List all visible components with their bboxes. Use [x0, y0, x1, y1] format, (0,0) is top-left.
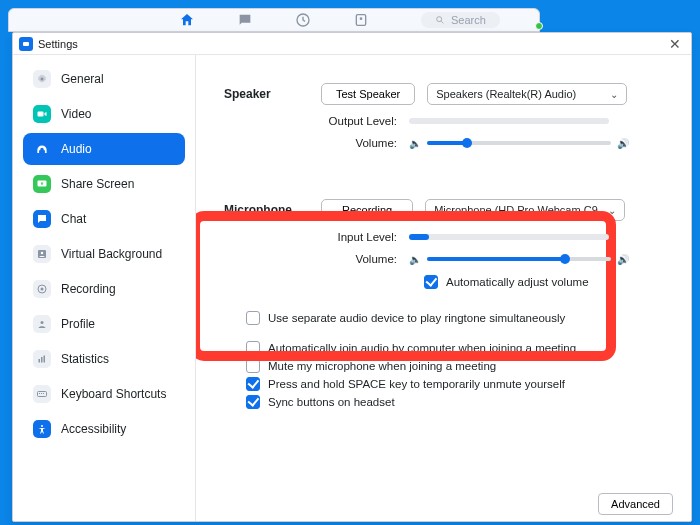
opt-sync-headset-checkbox[interactable] — [246, 395, 260, 409]
volume-high-icon: 🔊 — [617, 254, 629, 265]
svg-rect-17 — [41, 393, 42, 394]
sidebar-item-accessibility[interactable]: Accessibility — [23, 413, 185, 445]
svg-rect-14 — [44, 356, 46, 363]
sidebar-item-profile[interactable]: Profile — [23, 308, 185, 340]
search-placeholder: Search — [451, 14, 486, 26]
speaker-label: Speaker — [224, 87, 309, 101]
chat-icon[interactable] — [237, 11, 253, 29]
sidebar-item-label: Virtual Background — [61, 247, 162, 261]
speaker-device-dropdown[interactable]: Speakers (Realtek(R) Audio) ⌄ — [427, 83, 627, 105]
sidebar-item-label: Audio — [61, 142, 92, 156]
chevron-down-icon: ⌄ — [608, 205, 616, 216]
settings-window: Settings ✕ General Video Audio Share Scr… — [12, 32, 692, 522]
svg-rect-12 — [39, 359, 41, 363]
auto-adjust-volume-label: Automatically adjust volume — [446, 276, 589, 288]
input-level-meter — [409, 234, 609, 240]
sidebar-item-statistics[interactable]: Statistics — [23, 343, 185, 375]
microphone-device-dropdown[interactable]: Microphone (HD Pro Webcam C9... ⌄ — [425, 199, 625, 221]
headphones-icon — [33, 140, 51, 158]
svg-point-10 — [41, 288, 44, 291]
opt-mute-on-join-checkbox[interactable] — [246, 359, 260, 373]
microphone-device-value: Microphone (HD Pro Webcam C9... — [434, 204, 607, 216]
test-mic-button[interactable]: Recording — [321, 199, 413, 221]
sidebar-item-label: Chat — [61, 212, 86, 226]
speaker-row: Speaker Test Speaker Speakers (Realtek(R… — [224, 83, 671, 105]
volume-low-icon: 🔈 — [409, 138, 421, 149]
sidebar-item-video[interactable]: Video — [23, 98, 185, 130]
search-box[interactable]: Search — [421, 12, 500, 28]
microphone-row: Microphone Recording Microphone (HD Pro … — [224, 199, 671, 221]
svg-rect-18 — [43, 393, 44, 394]
speaker-volume-label: Volume: — [224, 137, 409, 149]
profile-icon — [33, 315, 51, 333]
sidebar-item-general[interactable]: General — [23, 63, 185, 95]
sidebar-item-label: General — [61, 72, 104, 86]
titlebar: Settings ✕ — [13, 33, 691, 55]
svg-point-19 — [41, 425, 43, 427]
svg-point-2 — [360, 17, 363, 20]
svg-point-11 — [41, 321, 44, 324]
sidebar-item-label: Keyboard Shortcuts — [61, 387, 166, 401]
output-level-meter — [409, 118, 609, 124]
app-icon — [19, 37, 33, 51]
contacts-icon[interactable] — [353, 11, 369, 29]
statistics-icon — [33, 350, 51, 368]
opt-auto-join-audio-checkbox[interactable] — [246, 341, 260, 355]
clock-icon[interactable] — [295, 11, 311, 29]
keyboard-icon — [33, 385, 51, 403]
volume-high-icon: 🔊 — [617, 138, 629, 149]
sidebar: General Video Audio Share Screen Chat Vi… — [13, 55, 196, 521]
opt-separate-ringtone-checkbox[interactable] — [246, 311, 260, 325]
output-level-label: Output Level: — [224, 115, 409, 127]
sidebar-item-label: Statistics — [61, 352, 109, 366]
sidebar-item-label: Recording — [61, 282, 116, 296]
parent-app-toolbar: Search — [8, 8, 540, 32]
sidebar-item-recording[interactable]: Recording — [23, 273, 185, 305]
svg-point-3 — [437, 17, 442, 22]
svg-rect-5 — [38, 112, 44, 117]
volume-low-icon: 🔈 — [409, 254, 421, 265]
sidebar-item-label: Accessibility — [61, 422, 126, 436]
opt-label: Mute my microphone when joining a meetin… — [268, 360, 496, 372]
sidebar-item-virtual-background[interactable]: Virtual Background — [23, 238, 185, 270]
auto-adjust-volume-checkbox[interactable] — [424, 275, 438, 289]
home-icon[interactable] — [179, 11, 195, 29]
opt-label: Automatically join audio by computer whe… — [268, 342, 576, 354]
chat-bubble-icon — [33, 210, 51, 228]
speaker-volume-slider[interactable] — [427, 141, 611, 145]
opt-label: Use separate audio device to play ringto… — [268, 312, 565, 324]
opt-space-unmute-checkbox[interactable] — [246, 377, 260, 391]
sidebar-item-share-screen[interactable]: Share Screen — [23, 168, 185, 200]
sidebar-item-label: Video — [61, 107, 91, 121]
opt-label: Press and hold SPACE key to temporarily … — [268, 378, 565, 390]
window-title: Settings — [38, 38, 78, 50]
microphone-volume-slider[interactable] — [427, 257, 611, 261]
virtual-background-icon — [33, 245, 51, 263]
audio-settings-panel: Speaker Test Speaker Speakers (Realtek(R… — [196, 55, 691, 521]
recording-icon — [33, 280, 51, 298]
input-level-label: Input Level: — [224, 231, 409, 243]
svg-rect-16 — [39, 393, 40, 394]
svg-point-8 — [41, 252, 44, 255]
close-icon[interactable]: ✕ — [665, 36, 685, 52]
chevron-down-icon: ⌄ — [610, 89, 618, 100]
gear-icon — [33, 70, 51, 88]
sidebar-item-keyboard-shortcuts[interactable]: Keyboard Shortcuts — [23, 378, 185, 410]
advanced-button[interactable]: Advanced — [598, 493, 673, 515]
speaker-device-value: Speakers (Realtek(R) Audio) — [436, 88, 576, 100]
sidebar-item-chat[interactable]: Chat — [23, 203, 185, 235]
opt-label: Sync buttons on headset — [268, 396, 395, 408]
share-screen-icon — [33, 175, 51, 193]
microphone-label: Microphone — [224, 203, 309, 217]
sidebar-item-audio[interactable]: Audio — [23, 133, 185, 165]
microphone-volume-label: Volume: — [224, 253, 409, 265]
sidebar-item-label: Profile — [61, 317, 95, 331]
sidebar-item-label: Share Screen — [61, 177, 134, 191]
svg-rect-13 — [41, 357, 43, 363]
accessibility-icon — [33, 420, 51, 438]
test-speaker-button[interactable]: Test Speaker — [321, 83, 415, 105]
video-icon — [33, 105, 51, 123]
